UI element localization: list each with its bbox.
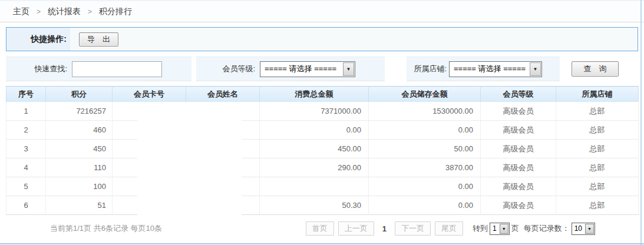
pager-controls: 首页 上一页 1 下一页 尾页 转到 1 ▼ 页 每页记录数： 10 ▼ xyxy=(302,221,597,236)
cell-consume-total xyxy=(260,177,369,196)
cell-consume-total: 290.00 xyxy=(260,158,369,177)
cell-shop: 总部 xyxy=(556,140,639,158)
member-level-select[interactable]: ===== 请选择 ===== ▼ xyxy=(260,61,355,77)
col-points: 积分 xyxy=(46,87,113,102)
cell-member-level: 高级会员 xyxy=(481,158,556,177)
goto-page-label: 转到 xyxy=(473,223,488,234)
cell-consume-total: 7371000.00 xyxy=(260,102,369,121)
col-shop: 所属店铺 xyxy=(556,87,639,102)
breadcrumb-item-reports[interactable]: 统计报表 xyxy=(48,6,81,17)
cell-consume-total: 50.30 xyxy=(260,196,369,215)
cell-member-level: 高级会员 xyxy=(481,121,556,140)
cell-points: 460 xyxy=(46,121,113,140)
cell-stored-amount: 3870.00 xyxy=(369,158,481,177)
chevron-down-icon[interactable]: ▼ xyxy=(585,224,594,234)
breadcrumb-separator: > xyxy=(88,8,92,16)
goto-page-value: 1 xyxy=(490,223,499,234)
page-size-label: 每页记录数： xyxy=(524,223,570,234)
export-button[interactable]: 导 出 xyxy=(79,32,118,47)
cell-member-level: 高级会员 xyxy=(481,196,556,215)
cell-shop: 总部 xyxy=(556,121,639,140)
cell-shop: 总部 xyxy=(556,177,639,196)
search-input[interactable] xyxy=(72,61,162,77)
cell-index: 5 xyxy=(6,177,46,196)
cell-index: 2 xyxy=(6,121,46,140)
last-page-button[interactable]: 尾页 xyxy=(435,221,463,236)
table-row: 6 51 50.30 0.00 高级会员 总部 xyxy=(6,196,639,215)
table-row: 1 7216257 7371000.00 1530000.00 高级会员 总部 xyxy=(6,102,639,121)
chevron-down-icon[interactable]: ▼ xyxy=(530,62,541,76)
col-member-name: 会员姓名 xyxy=(186,87,260,102)
goto-page-suffix: 页 xyxy=(511,223,519,234)
next-page-button[interactable]: 下一页 xyxy=(395,221,431,236)
prev-page-button[interactable]: 上一页 xyxy=(338,221,374,236)
cell-consume-total: 0.00 xyxy=(260,121,369,140)
breadcrumb-separator: > xyxy=(37,8,41,16)
table-row: 3 450 450.00 50.00 高级会员 总部 xyxy=(6,140,639,158)
cell-index: 3 xyxy=(6,140,46,158)
cell-points: 51 xyxy=(46,196,113,215)
search-label: 快速查找: xyxy=(6,64,67,74)
member-level-selected-value: ===== 请选择 ===== xyxy=(260,62,342,77)
cell-index: 4 xyxy=(6,158,46,177)
page-size-value: 10 xyxy=(572,223,584,234)
cell-shop: 总部 xyxy=(556,158,639,177)
points-ranking-page: 主页 > 统计报表 > 积分排行 快捷操作: 导 出 快速查找: 会员等级: =… xyxy=(0,0,644,245)
table-row: 5 100 0.00 高级会员 总部 xyxy=(6,177,639,196)
col-card-number: 会员卡号 xyxy=(113,87,186,102)
shop-section: 所属店铺: ===== 请选择 ===== ▼ xyxy=(407,57,560,81)
redacted-area xyxy=(137,102,242,216)
cell-points: 450 xyxy=(46,140,113,158)
filter-bar: 快速查找: 会员等级: ===== 请选择 ===== ▼ 所属店铺: ====… xyxy=(6,57,638,81)
current-page-number: 1 xyxy=(382,224,387,233)
query-button[interactable]: 查 询 xyxy=(572,61,619,77)
table-row: 4 110 290.00 3870.00 高级会员 总部 xyxy=(6,158,639,177)
cell-points: 110 xyxy=(46,158,113,177)
shop-selected-value: ===== 请选择 ===== xyxy=(450,62,529,77)
cell-points: 100 xyxy=(46,177,113,196)
page-summary: 当前第1/1页 共6条记录 每页10条 xyxy=(50,223,162,234)
shop-label: 所属店铺: xyxy=(407,64,447,74)
goto-page-select[interactable]: 1 ▼ xyxy=(490,223,510,235)
page-bottom-edge xyxy=(0,243,644,244)
table-row: 2 460 0.00 0.00 高级会员 总部 xyxy=(6,121,639,140)
breadcrumb: 主页 > 统计报表 > 积分排行 xyxy=(0,0,644,22)
cell-consume-total: 450.00 xyxy=(260,140,369,158)
chevron-down-icon[interactable]: ▼ xyxy=(343,62,354,76)
first-page-button[interactable]: 首页 xyxy=(306,221,334,236)
cell-stored-amount: 50.00 xyxy=(369,140,481,158)
col-index: 序号 xyxy=(6,87,46,102)
cell-member-level: 高级会员 xyxy=(481,140,556,158)
table-header-row: 序号 积分 会员卡号 会员姓名 消费总金额 会员储存金额 会员等级 所属店铺 xyxy=(6,87,639,102)
col-member-level: 会员等级 xyxy=(481,87,556,102)
quick-actions-bar: 快捷操作: 导 出 xyxy=(6,27,638,51)
member-level-label: 会员等级: xyxy=(196,64,255,74)
breadcrumb-item-home[interactable]: 主页 xyxy=(13,6,29,17)
shop-select[interactable]: ===== 请选择 ===== ▼ xyxy=(449,61,542,77)
points-ranking-table: 序号 积分 会员卡号 会员姓名 消费总金额 会员储存金额 会员等级 所属店铺 1… xyxy=(6,86,639,215)
cell-points: 7216257 xyxy=(46,102,113,121)
quick-search-section: 快速查找: xyxy=(6,57,191,81)
cell-shop: 总部 xyxy=(556,196,639,215)
page-size-select[interactable]: 10 ▼ xyxy=(572,223,595,235)
cell-index: 1 xyxy=(6,102,46,121)
cell-member-level: 高级会员 xyxy=(481,102,556,121)
pagination-bar: 当前第1/1页 共6条记录 每页10条 首页 上一页 1 下一页 尾页 转到 1… xyxy=(6,218,638,239)
cell-stored-amount: 1530000.00 xyxy=(369,102,481,121)
cell-stored-amount: 0.00 xyxy=(369,177,481,196)
breadcrumb-item-points-ranking: 积分排行 xyxy=(99,6,132,17)
cell-shop: 总部 xyxy=(556,102,639,121)
page-right-edge xyxy=(640,0,642,245)
cell-index: 6 xyxy=(6,196,46,215)
member-level-section: 会员等级: ===== 请选择 ===== ▼ xyxy=(196,57,385,81)
col-consume-total: 消费总金额 xyxy=(260,87,369,102)
cell-stored-amount: 0.00 xyxy=(369,121,481,140)
col-stored-amount: 会员储存金额 xyxy=(369,87,481,102)
quick-actions-label: 快捷操作: xyxy=(6,28,70,51)
cell-stored-amount: 0.00 xyxy=(369,196,481,215)
chevron-down-icon[interactable]: ▼ xyxy=(500,224,508,234)
cell-member-level: 高级会员 xyxy=(481,177,556,196)
